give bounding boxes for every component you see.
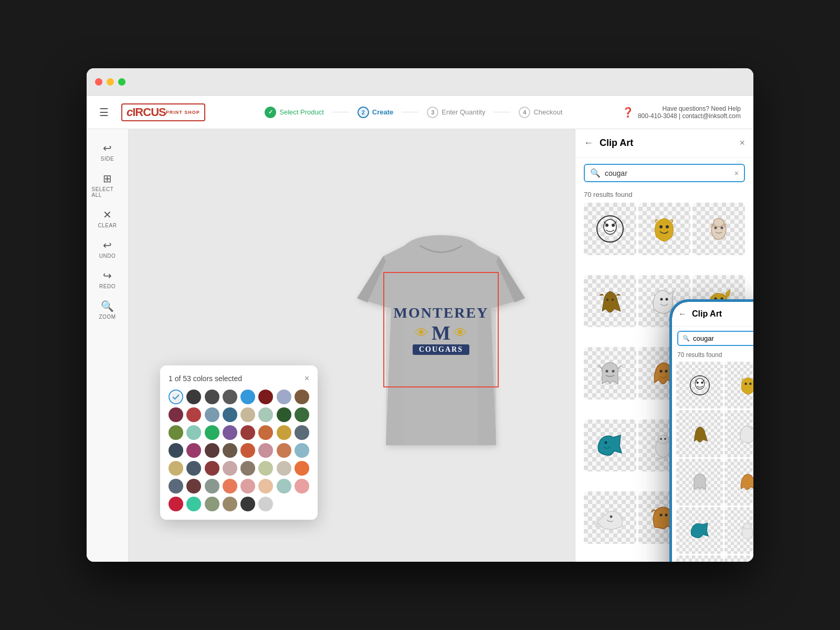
- mobile-back-button[interactable]: ←: [678, 309, 687, 319]
- color-swatch[interactable]: [295, 407, 309, 422]
- color-swatch[interactable]: [295, 443, 309, 458]
- mobile-search-input[interactable]: [693, 334, 753, 342]
- mobile-search-box[interactable]: 🔍 ×: [677, 331, 753, 346]
- color-swatch[interactable]: [169, 407, 183, 422]
- color-swatch[interactable]: [258, 497, 273, 511]
- minimize-button[interactable]: [107, 78, 114, 86]
- color-swatch[interactable]: [277, 425, 291, 440]
- mobile-clip-art-item[interactable]: [676, 362, 723, 408]
- step-2-num: 2: [358, 107, 369, 118]
- step-checkout[interactable]: 4 Checkout: [510, 107, 571, 118]
- step-select-product[interactable]: ✓ Select Product: [256, 107, 332, 118]
- color-swatch[interactable]: [169, 479, 183, 494]
- color-swatch[interactable]: [186, 407, 201, 422]
- color-swatch[interactable]: [295, 479, 309, 494]
- color-swatch[interactable]: [277, 390, 291, 404]
- design-box[interactable]: MONTEREY 👁 M 👁 COUGARS: [383, 272, 499, 387]
- mobile-clip-art-item[interactable]: [724, 410, 753, 457]
- search-box[interactable]: 🔍 ×: [584, 164, 745, 182]
- color-swatch[interactable]: [169, 390, 183, 404]
- step-create[interactable]: 2 Create: [349, 107, 402, 118]
- mobile-clip-art-item[interactable]: [676, 459, 723, 506]
- color-swatch[interactable]: [223, 479, 237, 494]
- color-swatch[interactable]: [240, 390, 255, 404]
- panel-close-button[interactable]: ×: [739, 138, 745, 149]
- color-swatch[interactable]: [277, 407, 291, 422]
- svg-point-43: [701, 381, 703, 383]
- clip-art-item[interactable]: [584, 275, 636, 328]
- color-swatch[interactable]: [186, 390, 201, 404]
- sidebar-select-all-button[interactable]: ⊞ SELECT ALL: [90, 168, 125, 202]
- logo: cIRCUS PRINT SHOP: [121, 103, 205, 121]
- color-swatch[interactable]: [169, 443, 183, 458]
- mobile-clip-art-item[interactable]: [724, 507, 753, 554]
- mobile-clip-art-item[interactable]: [676, 507, 723, 554]
- mobile-clip-art-item[interactable]: [676, 410, 723, 457]
- color-swatch[interactable]: [295, 425, 309, 440]
- color-swatch[interactable]: [205, 390, 219, 404]
- close-button[interactable]: [95, 78, 102, 86]
- clip-art-item[interactable]: [584, 203, 636, 255]
- color-swatch[interactable]: [223, 497, 237, 511]
- color-swatch[interactable]: [277, 479, 291, 494]
- color-swatch[interactable]: [186, 443, 201, 458]
- steps-nav: ✓ Select Product 2 Create 3 Enter Quanti…: [218, 107, 610, 118]
- color-swatch[interactable]: [258, 443, 273, 458]
- color-swatch[interactable]: [295, 390, 309, 404]
- mobile-clip-art-item[interactable]: [724, 362, 753, 408]
- color-swatch[interactable]: [223, 425, 237, 440]
- color-swatch[interactable]: [223, 390, 237, 404]
- clip-art-item[interactable]: [584, 491, 636, 544]
- sidebar-undo-button[interactable]: ↩ UNDO: [90, 235, 125, 263]
- color-swatch[interactable]: [240, 425, 255, 440]
- color-swatch[interactable]: [277, 443, 291, 458]
- color-swatch[interactable]: [186, 461, 201, 476]
- color-swatch[interactable]: [258, 425, 273, 440]
- color-picker-close-button[interactable]: ×: [304, 374, 309, 383]
- color-swatch[interactable]: [240, 443, 255, 458]
- mobile-clip-art-item[interactable]: [724, 555, 753, 562]
- mobile-clip-art-item[interactable]: [724, 459, 753, 506]
- clip-art-item[interactable]: [584, 419, 636, 472]
- color-swatch[interactable]: [169, 461, 183, 476]
- color-swatch[interactable]: [295, 461, 309, 476]
- color-swatch[interactable]: [186, 497, 201, 511]
- mobile-clip-art-item[interactable]: [676, 555, 723, 562]
- sidebar-zoom-button[interactable]: 🔍 ZOOM: [90, 296, 125, 324]
- color-swatch[interactable]: [258, 407, 273, 422]
- hamburger-menu-icon[interactable]: ☰: [99, 106, 109, 119]
- sidebar-clear-button[interactable]: ✕ CLEAR: [90, 204, 125, 233]
- color-swatch[interactable]: [240, 479, 255, 494]
- color-swatch[interactable]: [169, 497, 183, 511]
- color-swatch[interactable]: [205, 479, 219, 494]
- sidebar-side-button[interactable]: ↩ SIDE: [90, 138, 125, 166]
- color-swatch[interactable]: [223, 407, 237, 422]
- search-clear-button[interactable]: ×: [734, 169, 739, 177]
- color-swatch[interactable]: [186, 479, 201, 494]
- color-swatch[interactable]: [277, 461, 291, 476]
- color-swatch[interactable]: [205, 407, 219, 422]
- color-swatch[interactable]: [223, 461, 237, 476]
- clip-art-item[interactable]: [584, 347, 636, 400]
- maximize-button[interactable]: [118, 78, 125, 86]
- sidebar-redo-button[interactable]: ↪ REDO: [90, 265, 125, 293]
- color-swatch[interactable]: [205, 443, 219, 458]
- left-sidebar: ↩ SIDE ⊞ SELECT ALL ✕ CLEAR ↩ UNDO ↪ RED…: [87, 129, 129, 562]
- search-input[interactable]: [605, 169, 730, 177]
- color-swatch[interactable]: [240, 497, 255, 511]
- clip-art-item[interactable]: [692, 203, 745, 255]
- color-swatch[interactable]: [205, 461, 219, 476]
- color-swatch[interactable]: [258, 461, 273, 476]
- color-swatch[interactable]: [205, 497, 219, 511]
- panel-back-button[interactable]: ←: [584, 138, 593, 149]
- step-enter-quantity[interactable]: 3 Enter Quantity: [418, 107, 494, 118]
- color-swatch[interactable]: [258, 479, 273, 494]
- color-swatch[interactable]: [240, 407, 255, 422]
- color-swatch[interactable]: [169, 425, 183, 440]
- color-swatch[interactable]: [205, 425, 219, 440]
- color-swatch[interactable]: [240, 461, 255, 476]
- color-swatch[interactable]: [186, 425, 201, 440]
- color-swatch[interactable]: [258, 390, 273, 404]
- clip-art-item[interactable]: [638, 203, 691, 255]
- color-swatch[interactable]: [223, 443, 237, 458]
